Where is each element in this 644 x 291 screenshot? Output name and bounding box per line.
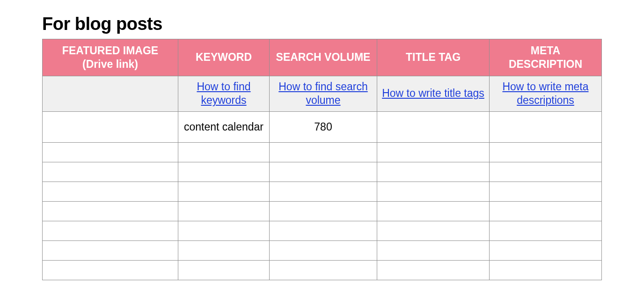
cell-title-tag[interactable]	[377, 221, 490, 241]
table-row	[43, 162, 602, 182]
help-link-keywords[interactable]: How to find keywords	[197, 80, 250, 107]
cell-featured-image[interactable]	[43, 112, 178, 143]
help-links-row: How to find keywords How to find search …	[43, 76, 602, 112]
cell-title-tag[interactable]	[377, 162, 490, 182]
table-header-row: FEATURED IMAGE(Drive link) KEYWORD SEARC…	[43, 39, 602, 76]
cell-keyword[interactable]	[178, 143, 270, 162]
help-cell-keyword: How to find keywords	[178, 76, 270, 112]
cell-search-volume[interactable]	[270, 241, 377, 261]
column-header-title-tag: TITLE TAG	[377, 39, 490, 76]
blog-posts-table: FEATURED IMAGE(Drive link) KEYWORD SEARC…	[42, 39, 602, 280]
cell-meta-description[interactable]	[490, 112, 602, 143]
cell-meta-description[interactable]	[490, 202, 602, 221]
cell-meta-description[interactable]	[490, 162, 602, 182]
help-cell-featured-image	[43, 76, 178, 112]
cell-featured-image[interactable]	[43, 202, 178, 221]
table-row	[43, 261, 602, 280]
cell-keyword[interactable]	[178, 261, 270, 280]
cell-title-tag[interactable]	[377, 182, 490, 202]
table-row: content calendar 780	[43, 112, 602, 143]
column-header-keyword: KEYWORD	[178, 39, 270, 76]
cell-meta-description[interactable]	[490, 261, 602, 280]
cell-meta-description[interactable]	[490, 182, 602, 202]
column-header-meta-description: METADESCRIPTION	[490, 39, 602, 76]
cell-keyword[interactable]	[178, 162, 270, 182]
cell-search-volume[interactable]: 780	[270, 112, 377, 143]
cell-keyword[interactable]: content calendar	[178, 112, 270, 143]
help-link-title-tags[interactable]: How to write title tags	[382, 87, 484, 99]
table-row	[43, 182, 602, 202]
cell-title-tag[interactable]	[377, 202, 490, 221]
help-cell-search-volume: How to find search volume	[270, 76, 377, 112]
cell-search-volume[interactable]	[270, 202, 377, 221]
cell-featured-image[interactable]	[43, 261, 178, 280]
cell-meta-description[interactable]	[490, 221, 602, 241]
column-header-search-volume: SEARCH VOLUME	[270, 39, 377, 76]
table-row	[43, 241, 602, 261]
cell-search-volume[interactable]	[270, 182, 377, 202]
cell-keyword[interactable]	[178, 221, 270, 241]
cell-featured-image[interactable]	[43, 143, 178, 162]
cell-meta-description[interactable]	[490, 143, 602, 162]
cell-title-tag[interactable]	[377, 143, 490, 162]
cell-search-volume[interactable]	[270, 221, 377, 241]
cell-search-volume[interactable]	[270, 162, 377, 182]
cell-keyword[interactable]	[178, 241, 270, 261]
cell-search-volume[interactable]	[270, 261, 377, 280]
cell-keyword[interactable]	[178, 182, 270, 202]
cell-featured-image[interactable]	[43, 241, 178, 261]
cell-title-tag[interactable]	[377, 241, 490, 261]
cell-featured-image[interactable]	[43, 182, 178, 202]
cell-featured-image[interactable]	[43, 162, 178, 182]
table-row	[43, 221, 602, 241]
table-row	[43, 143, 602, 162]
help-link-meta-descriptions[interactable]: How to write meta descriptions	[502, 80, 588, 107]
column-header-featured-image: FEATURED IMAGE(Drive link)	[43, 39, 178, 76]
cell-featured-image[interactable]	[43, 221, 178, 241]
help-link-search-volume[interactable]: How to find search volume	[278, 80, 367, 107]
help-cell-meta-description: How to write meta descriptions	[490, 76, 602, 112]
cell-meta-description[interactable]	[490, 241, 602, 261]
cell-search-volume[interactable]	[270, 143, 377, 162]
table-row	[43, 202, 602, 221]
help-cell-title-tag: How to write title tags	[377, 76, 490, 112]
cell-title-tag[interactable]	[377, 261, 490, 280]
cell-keyword[interactable]	[178, 202, 270, 221]
page-title: For blog posts	[42, 14, 602, 34]
cell-title-tag[interactable]	[377, 112, 490, 143]
